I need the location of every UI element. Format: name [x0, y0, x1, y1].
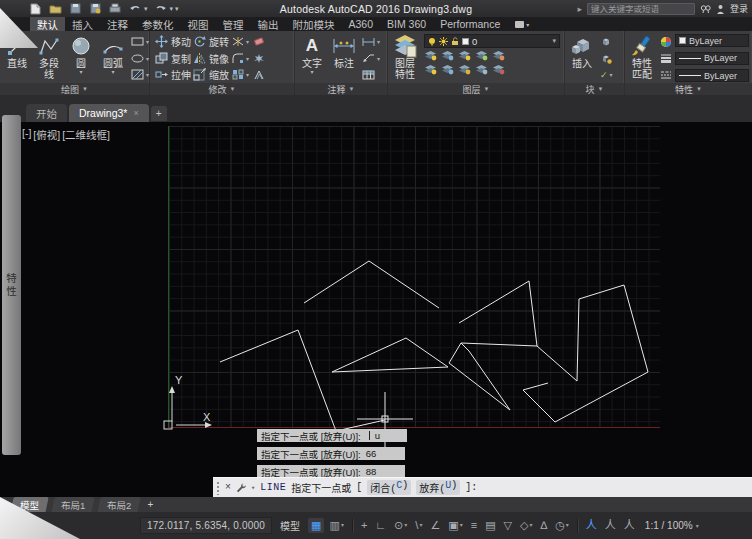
transparency-icon[interactable]: ▤ [482, 518, 498, 533]
panel-dropdown-icon[interactable]: ▼ [696, 86, 702, 92]
dimension-button[interactable]: 标注 [329, 33, 359, 83]
ellipse-button[interactable]: ▾ [131, 52, 149, 65]
drawing-area[interactable]: Y X [-] [俯视] [二维线框] 指定下一点或 [放弃(U)]:u指定下一… [0, 122, 752, 497]
layer-tool-icon[interactable] [441, 50, 454, 61]
panel-label-draw[interactable]: 绘图▼ [0, 83, 149, 95]
ribbon-tab-8[interactable]: A360 [342, 17, 381, 31]
close-command-icon[interactable]: × [225, 482, 231, 493]
layer-tool-icon[interactable] [492, 50, 505, 61]
option-undo-button[interactable]: 放弃(U) [416, 480, 460, 495]
search-input[interactable] [587, 3, 695, 15]
dropdown-icon[interactable]: ▾ [310, 69, 313, 75]
annotation-scale-icon[interactable]: 人 [621, 518, 638, 533]
dropdown-icon[interactable]: ▾ [377, 55, 380, 62]
ribbon-options[interactable]: ▾ [515, 17, 529, 31]
array-button[interactable]: ▾ [232, 68, 249, 81]
dropdown-icon[interactable]: ▾ [111, 69, 114, 75]
dropdown-icon[interactable]: ▾ [526, 21, 529, 28]
snap-mode-icon[interactable]: ▥▾ [326, 518, 346, 533]
panel-dropdown-icon[interactable]: ▼ [82, 86, 88, 92]
ribbon-tab-10[interactable]: Performance [433, 17, 507, 31]
osnap-3d-icon[interactable]: ◇▾ [517, 518, 535, 533]
isometric-drafting-icon[interactable]: \▾ [412, 518, 425, 533]
panel-label-modify[interactable]: 修改▼ [150, 83, 294, 95]
dynamic-ucs-icon[interactable]: ∆ [538, 518, 551, 533]
ortho-mode-icon[interactable]: ∟ [372, 518, 389, 533]
lineweight-list-icon[interactable] [660, 52, 672, 65]
command-line[interactable]: × ▾ LINE 指定下一点或 [ 闭合(C) 放弃(U) ]: [213, 477, 752, 497]
linetype-list-icon[interactable] [660, 68, 672, 81]
match-properties-button[interactable]: 特性匹配 [627, 33, 657, 83]
dropdown-icon[interactable]: ▾ [341, 520, 344, 531]
copy-button[interactable]: 复制 [155, 51, 191, 66]
dropdown-icon[interactable]: ▾ [246, 38, 249, 45]
ribbon-tab-0[interactable]: 默认 [30, 17, 65, 31]
dropdown-icon[interactable]: ▾ [377, 38, 380, 45]
trim-button[interactable]: ▾ [232, 35, 249, 48]
stretch-button[interactable]: 拉伸 [155, 67, 191, 82]
sign-in-label[interactable]: 登录 [730, 2, 748, 15]
layer-properties-button[interactable]: 图层特性 [390, 33, 420, 83]
table-button[interactable] [362, 68, 380, 81]
view-control[interactable]: [俯视] [33, 127, 60, 142]
layer-select-dropdown[interactable]: 0 ▾ [424, 34, 560, 48]
dropdown-icon[interactable]: ▾ [404, 520, 407, 531]
save-icon[interactable] [68, 2, 82, 15]
properties-palette-bar[interactable]: 特性 [2, 115, 21, 455]
polar-tracking-icon[interactable]: ⊙▾ [391, 518, 410, 533]
file-tab-start[interactable]: 开始 [26, 104, 67, 122]
dropdown-icon[interactable]: ▾ [246, 71, 249, 78]
model-space-button[interactable]: 模型 [276, 516, 304, 535]
annotation-autoscale-icon[interactable]: 人 [602, 518, 619, 533]
dropdown-icon[interactable]: ▾ [79, 69, 82, 75]
panel-label-block[interactable]: 块▼ [565, 83, 624, 95]
new-file-icon[interactable] [28, 2, 42, 15]
dropdown-icon[interactable]: ▾ [529, 520, 532, 531]
rectangle-button[interactable]: ▾ [131, 35, 149, 48]
linear-dimension-button[interactable]: ▾ [362, 35, 380, 48]
open-file-icon[interactable] [48, 2, 62, 15]
erase-button[interactable] [253, 35, 265, 48]
ribbon-tab-9[interactable]: BIM 360 [380, 17, 433, 31]
move-button[interactable]: 移动 [155, 34, 191, 49]
annotation-scale-button[interactable]: 1:1 / 100%▾ [642, 518, 702, 533]
selection-cycling-icon[interactable]: ▽ [501, 518, 515, 533]
ribbon-tab-3[interactable]: 参数化 [135, 17, 181, 31]
edit-block-button[interactable] [600, 35, 613, 48]
ribbon-tab-4[interactable]: 视图 [181, 17, 216, 31]
linetype-dropdown[interactable]: ByLayer [675, 69, 749, 82]
recent-commands-icon[interactable]: ▾ [251, 484, 255, 492]
visual-style-control[interactable]: [二维线框] [62, 127, 110, 142]
close-icon[interactable]: × [133, 108, 138, 118]
drag-handle-icon[interactable] [216, 481, 220, 495]
dropdown-icon[interactable]: ▾ [460, 520, 463, 531]
layer-tool-icon[interactable] [458, 64, 471, 75]
lineweight-icon[interactable]: ≡ [468, 518, 480, 533]
block-attributes-button[interactable]: ✓▾ [600, 68, 613, 81]
dropdown-icon[interactable]: ▾ [552, 37, 556, 45]
layer-tool-icon[interactable] [458, 50, 471, 61]
dropdown-icon[interactable]: ▾ [419, 520, 422, 531]
new-drawing-tab-button[interactable]: + [151, 106, 167, 121]
layout-tab-1[interactable]: 布局1 [51, 497, 95, 513]
scale-button[interactable]: 缩放 [193, 67, 229, 82]
fillet-button[interactable]: ▾ [232, 52, 249, 65]
dropdown-icon[interactable]: ▾ [146, 71, 149, 78]
ribbon-tab-2[interactable]: 注释 [100, 17, 135, 31]
dropdown-icon[interactable]: ▾ [146, 55, 149, 62]
text-button[interactable]: A 文字 ▾ [297, 33, 327, 83]
file-tab-drawing3[interactable]: Drawing3*× [69, 104, 149, 122]
annotation-visibility-icon[interactable]: 人 [583, 518, 600, 533]
offset-button[interactable] [253, 68, 265, 81]
panel-dropdown-icon[interactable]: ▼ [349, 86, 355, 92]
ribbon-tab-1[interactable]: 插入 [65, 17, 100, 31]
ribbon-tab-6[interactable]: 输出 [251, 17, 286, 31]
signin-icon[interactable] [716, 4, 725, 14]
ribbon-tab-7[interactable]: 附加模块 [286, 17, 342, 31]
panel-dropdown-icon[interactable]: ▼ [484, 86, 490, 92]
panel-dropdown-icon[interactable]: ▼ [230, 86, 236, 92]
annotation-monitor-icon[interactable]: ◷▾ [552, 518, 572, 533]
circle-button[interactable]: 圆 ▾ [66, 33, 96, 83]
dropdown-icon[interactable]: ▾ [566, 520, 569, 531]
layout-tab-2[interactable]: 布局2 [98, 497, 142, 513]
